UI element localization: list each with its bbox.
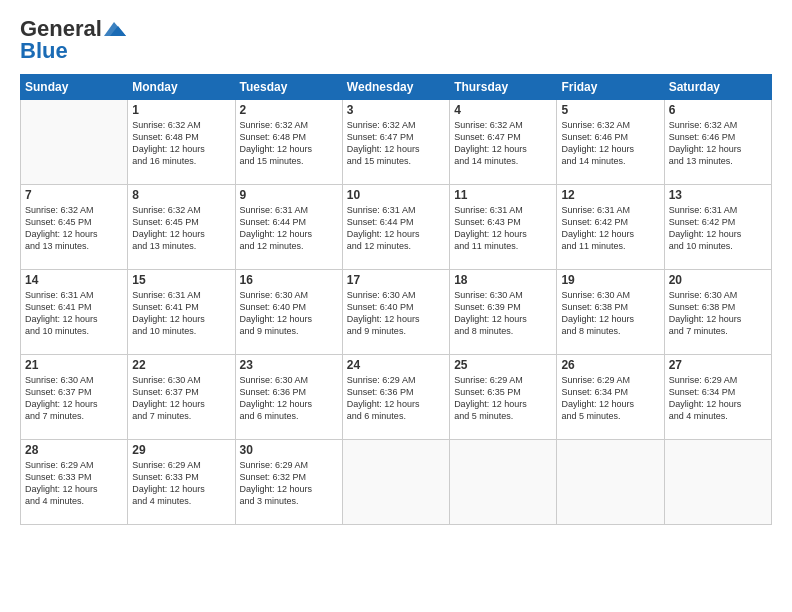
day-cell: 28Sunrise: 6:29 AMSunset: 6:33 PMDayligh… bbox=[21, 440, 128, 525]
day-info: Sunrise: 6:29 AMSunset: 6:34 PMDaylight:… bbox=[561, 374, 659, 423]
week-row-2: 7Sunrise: 6:32 AMSunset: 6:45 PMDaylight… bbox=[21, 185, 772, 270]
day-number: 7 bbox=[25, 188, 123, 202]
day-info: Sunrise: 6:32 AMSunset: 6:45 PMDaylight:… bbox=[25, 204, 123, 253]
day-info: Sunrise: 6:32 AMSunset: 6:47 PMDaylight:… bbox=[347, 119, 445, 168]
day-info: Sunrise: 6:31 AMSunset: 6:44 PMDaylight:… bbox=[240, 204, 338, 253]
day-info: Sunrise: 6:30 AMSunset: 6:40 PMDaylight:… bbox=[240, 289, 338, 338]
day-info: Sunrise: 6:31 AMSunset: 6:42 PMDaylight:… bbox=[669, 204, 767, 253]
day-info: Sunrise: 6:32 AMSunset: 6:48 PMDaylight:… bbox=[240, 119, 338, 168]
day-info: Sunrise: 6:31 AMSunset: 6:43 PMDaylight:… bbox=[454, 204, 552, 253]
day-number: 15 bbox=[132, 273, 230, 287]
day-number: 13 bbox=[669, 188, 767, 202]
day-cell: 4Sunrise: 6:32 AMSunset: 6:47 PMDaylight… bbox=[450, 100, 557, 185]
day-cell bbox=[557, 440, 664, 525]
day-cell: 9Sunrise: 6:31 AMSunset: 6:44 PMDaylight… bbox=[235, 185, 342, 270]
day-cell: 18Sunrise: 6:30 AMSunset: 6:39 PMDayligh… bbox=[450, 270, 557, 355]
day-number: 26 bbox=[561, 358, 659, 372]
day-info: Sunrise: 6:29 AMSunset: 6:34 PMDaylight:… bbox=[669, 374, 767, 423]
weekday-saturday: Saturday bbox=[664, 75, 771, 100]
weekday-sunday: Sunday bbox=[21, 75, 128, 100]
day-cell: 6Sunrise: 6:32 AMSunset: 6:46 PMDaylight… bbox=[664, 100, 771, 185]
calendar-body: 1Sunrise: 6:32 AMSunset: 6:48 PMDaylight… bbox=[21, 100, 772, 525]
day-cell: 10Sunrise: 6:31 AMSunset: 6:44 PMDayligh… bbox=[342, 185, 449, 270]
day-cell bbox=[21, 100, 128, 185]
day-cell: 20Sunrise: 6:30 AMSunset: 6:38 PMDayligh… bbox=[664, 270, 771, 355]
day-cell: 15Sunrise: 6:31 AMSunset: 6:41 PMDayligh… bbox=[128, 270, 235, 355]
day-number: 25 bbox=[454, 358, 552, 372]
day-number: 18 bbox=[454, 273, 552, 287]
day-cell: 23Sunrise: 6:30 AMSunset: 6:36 PMDayligh… bbox=[235, 355, 342, 440]
day-number: 19 bbox=[561, 273, 659, 287]
day-number: 29 bbox=[132, 443, 230, 457]
day-cell: 2Sunrise: 6:32 AMSunset: 6:48 PMDaylight… bbox=[235, 100, 342, 185]
day-number: 5 bbox=[561, 103, 659, 117]
day-number: 28 bbox=[25, 443, 123, 457]
day-info: Sunrise: 6:30 AMSunset: 6:37 PMDaylight:… bbox=[132, 374, 230, 423]
day-info: Sunrise: 6:30 AMSunset: 6:40 PMDaylight:… bbox=[347, 289, 445, 338]
day-info: Sunrise: 6:32 AMSunset: 6:47 PMDaylight:… bbox=[454, 119, 552, 168]
day-number: 12 bbox=[561, 188, 659, 202]
day-number: 23 bbox=[240, 358, 338, 372]
week-row-4: 21Sunrise: 6:30 AMSunset: 6:37 PMDayligh… bbox=[21, 355, 772, 440]
day-info: Sunrise: 6:32 AMSunset: 6:48 PMDaylight:… bbox=[132, 119, 230, 168]
weekday-wednesday: Wednesday bbox=[342, 75, 449, 100]
day-cell: 11Sunrise: 6:31 AMSunset: 6:43 PMDayligh… bbox=[450, 185, 557, 270]
calendar: SundayMondayTuesdayWednesdayThursdayFrid… bbox=[20, 74, 772, 525]
day-number: 21 bbox=[25, 358, 123, 372]
day-cell: 21Sunrise: 6:30 AMSunset: 6:37 PMDayligh… bbox=[21, 355, 128, 440]
day-cell bbox=[450, 440, 557, 525]
day-number: 14 bbox=[25, 273, 123, 287]
day-info: Sunrise: 6:31 AMSunset: 6:41 PMDaylight:… bbox=[132, 289, 230, 338]
day-number: 10 bbox=[347, 188, 445, 202]
day-number: 6 bbox=[669, 103, 767, 117]
day-cell: 27Sunrise: 6:29 AMSunset: 6:34 PMDayligh… bbox=[664, 355, 771, 440]
day-number: 24 bbox=[347, 358, 445, 372]
day-number: 11 bbox=[454, 188, 552, 202]
day-cell: 25Sunrise: 6:29 AMSunset: 6:35 PMDayligh… bbox=[450, 355, 557, 440]
weekday-tuesday: Tuesday bbox=[235, 75, 342, 100]
day-info: Sunrise: 6:29 AMSunset: 6:33 PMDaylight:… bbox=[25, 459, 123, 508]
day-info: Sunrise: 6:29 AMSunset: 6:32 PMDaylight:… bbox=[240, 459, 338, 508]
day-number: 17 bbox=[347, 273, 445, 287]
day-number: 20 bbox=[669, 273, 767, 287]
week-row-1: 1Sunrise: 6:32 AMSunset: 6:48 PMDaylight… bbox=[21, 100, 772, 185]
day-info: Sunrise: 6:32 AMSunset: 6:46 PMDaylight:… bbox=[561, 119, 659, 168]
day-info: Sunrise: 6:32 AMSunset: 6:46 PMDaylight:… bbox=[669, 119, 767, 168]
logo: General Blue bbox=[20, 16, 126, 64]
weekday-friday: Friday bbox=[557, 75, 664, 100]
day-cell: 13Sunrise: 6:31 AMSunset: 6:42 PMDayligh… bbox=[664, 185, 771, 270]
day-info: Sunrise: 6:29 AMSunset: 6:36 PMDaylight:… bbox=[347, 374, 445, 423]
day-cell: 8Sunrise: 6:32 AMSunset: 6:45 PMDaylight… bbox=[128, 185, 235, 270]
day-cell bbox=[664, 440, 771, 525]
header: General Blue bbox=[20, 16, 772, 64]
day-number: 22 bbox=[132, 358, 230, 372]
day-info: Sunrise: 6:30 AMSunset: 6:38 PMDaylight:… bbox=[669, 289, 767, 338]
logo-blue: Blue bbox=[20, 38, 68, 64]
day-cell: 17Sunrise: 6:30 AMSunset: 6:40 PMDayligh… bbox=[342, 270, 449, 355]
day-number: 4 bbox=[454, 103, 552, 117]
day-number: 9 bbox=[240, 188, 338, 202]
day-number: 1 bbox=[132, 103, 230, 117]
day-cell bbox=[342, 440, 449, 525]
day-cell: 1Sunrise: 6:32 AMSunset: 6:48 PMDaylight… bbox=[128, 100, 235, 185]
day-info: Sunrise: 6:30 AMSunset: 6:37 PMDaylight:… bbox=[25, 374, 123, 423]
day-cell: 22Sunrise: 6:30 AMSunset: 6:37 PMDayligh… bbox=[128, 355, 235, 440]
day-info: Sunrise: 6:29 AMSunset: 6:33 PMDaylight:… bbox=[132, 459, 230, 508]
day-info: Sunrise: 6:32 AMSunset: 6:45 PMDaylight:… bbox=[132, 204, 230, 253]
weekday-monday: Monday bbox=[128, 75, 235, 100]
week-row-3: 14Sunrise: 6:31 AMSunset: 6:41 PMDayligh… bbox=[21, 270, 772, 355]
page: General Blue SundayMondayTuesdayWednesda… bbox=[0, 0, 792, 612]
week-row-5: 28Sunrise: 6:29 AMSunset: 6:33 PMDayligh… bbox=[21, 440, 772, 525]
day-info: Sunrise: 6:31 AMSunset: 6:44 PMDaylight:… bbox=[347, 204, 445, 253]
day-info: Sunrise: 6:30 AMSunset: 6:36 PMDaylight:… bbox=[240, 374, 338, 423]
day-number: 30 bbox=[240, 443, 338, 457]
day-info: Sunrise: 6:30 AMSunset: 6:39 PMDaylight:… bbox=[454, 289, 552, 338]
weekday-thursday: Thursday bbox=[450, 75, 557, 100]
day-cell: 30Sunrise: 6:29 AMSunset: 6:32 PMDayligh… bbox=[235, 440, 342, 525]
day-cell: 12Sunrise: 6:31 AMSunset: 6:42 PMDayligh… bbox=[557, 185, 664, 270]
day-number: 27 bbox=[669, 358, 767, 372]
day-cell: 24Sunrise: 6:29 AMSunset: 6:36 PMDayligh… bbox=[342, 355, 449, 440]
day-cell: 14Sunrise: 6:31 AMSunset: 6:41 PMDayligh… bbox=[21, 270, 128, 355]
day-info: Sunrise: 6:30 AMSunset: 6:38 PMDaylight:… bbox=[561, 289, 659, 338]
day-cell: 19Sunrise: 6:30 AMSunset: 6:38 PMDayligh… bbox=[557, 270, 664, 355]
